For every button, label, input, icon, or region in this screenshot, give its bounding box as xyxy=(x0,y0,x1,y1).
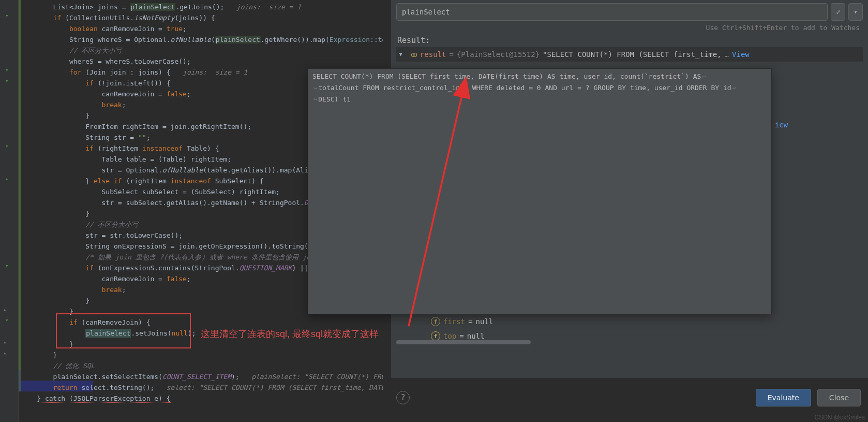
code-line[interactable]: FromItem rightItem = join.getRightItem()… xyxy=(21,121,251,132)
code-line[interactable]: for (Join join : joins) { joins: size = … xyxy=(21,67,247,78)
code-line[interactable]: plainSelect.setJoins(null); xyxy=(21,328,196,339)
expression-row: ⤢ ▾ xyxy=(396,3,863,21)
watermark: CSDN @cxSmiles xyxy=(811,413,868,422)
history-dropdown-icon[interactable]: ▾ xyxy=(848,3,863,21)
fold-end-icon[interactable]: ▴ xyxy=(3,306,7,313)
code-line[interactable]: boolean canRemoveJoin = true; xyxy=(21,23,187,34)
help-icon: ? xyxy=(400,393,405,402)
chevron-down-icon[interactable]: ▶ xyxy=(398,53,404,56)
inlay-hint: joins: size = 1 xyxy=(183,68,247,76)
result-type: {PlainSelect@15512} xyxy=(457,50,540,59)
result-label: Result: xyxy=(391,34,868,47)
code-line[interactable]: if (canRemoveJoin) { xyxy=(21,317,150,328)
code-line[interactable]: String whereS = Optional.ofNullable(plai… xyxy=(21,34,383,45)
code-line[interactable]: str = Optional.ofNullable(table.getAlias… xyxy=(21,165,357,176)
fold-icon[interactable]: ▾ xyxy=(5,143,16,150)
code-line[interactable]: } xyxy=(21,295,89,306)
code-line[interactable]: canRemoveJoin = false; xyxy=(21,273,191,284)
code-line[interactable]: break; xyxy=(21,284,126,295)
code-line[interactable]: } xyxy=(21,110,89,121)
code-line[interactable]: } xyxy=(21,306,73,317)
fold-icon[interactable]: ▾ xyxy=(5,12,16,19)
code-line[interactable]: if (rightItem instanceof Table) { xyxy=(21,143,219,154)
variable-row[interactable]: f first = null xyxy=(431,317,493,326)
code-line[interactable]: } xyxy=(21,208,89,219)
fold-icon[interactable]: ▾ xyxy=(5,67,16,74)
close-label: Close xyxy=(829,394,849,402)
code-line[interactable]: // 不区分大小写 xyxy=(21,219,138,230)
value-popup[interactable]: SELECT COUNT(*) FROM (SELECT first_time,… xyxy=(308,68,772,314)
fold-icon[interactable]: ▸ xyxy=(5,176,16,182)
code-line[interactable]: whereS = whereS.toLowerCase(); xyxy=(21,56,191,67)
code-line[interactable]: /* 如果 join 里包含 ?(代表有入参) 或者 where 条件里包含使用… xyxy=(21,252,350,263)
help-button[interactable]: ? xyxy=(396,391,410,404)
fold-icon[interactable]: ▾ xyxy=(5,78,16,84)
inlay-hint: joins: size = 1 xyxy=(236,3,301,11)
code-line[interactable]: str = str.toLowerCase(); xyxy=(21,230,183,241)
inlay-hint: plainSelect: "SELECT COUNT(*) FROM (SELE… xyxy=(251,373,383,381)
evaluate-button[interactable]: Evaluate xyxy=(756,389,811,406)
expand-icon[interactable]: ⤢ xyxy=(831,3,845,21)
horizontal-scrollbar[interactable] xyxy=(396,340,531,344)
code-line[interactable]: if (CollectionUtils.isNotEmpty(joins)) { xyxy=(21,12,215,23)
code-line[interactable]: // 不区分大小写 xyxy=(21,45,122,56)
code-line[interactable]: str = subSelect.getAlias().getName() + S… xyxy=(21,197,320,208)
close-button[interactable]: Close xyxy=(817,389,861,406)
code-line[interactable]: SubSelect subSelect = (SubSelect) rightI… xyxy=(21,186,280,197)
glasses-icon: oo xyxy=(411,50,415,59)
result-name: result xyxy=(420,50,446,59)
inlay-hint: select: "SELECT COUNT(*) FROM (SELECT fi… xyxy=(167,384,383,391)
result-row[interactable]: ▶ oo result = {PlainSelect@15512} "SELEC… xyxy=(396,47,863,62)
result-value: "SELECT COUNT(*) FROM (SELECT first_time… xyxy=(543,50,722,59)
code-line[interactable]: return select.toString(); select: "SELEC… xyxy=(21,382,383,393)
gutter xyxy=(0,0,19,422)
code-line[interactable]: break; xyxy=(21,99,126,110)
field-icon: f xyxy=(431,317,440,326)
watches-hint: Use Ctrl+Shift+Enter to add to Watches xyxy=(391,21,868,34)
field-icon: f xyxy=(431,331,440,341)
variable-row[interactable]: f top = null xyxy=(431,331,484,341)
code-line[interactable]: if (!join.isLeft()) { xyxy=(21,78,171,89)
code-line[interactable]: } else if (rightItem instanceof SubSelec… xyxy=(21,176,264,186)
code-line[interactable]: plainSelect.setSelectItems(COUNT_SELECT_… xyxy=(21,371,383,382)
view-link-partial[interactable]: iew xyxy=(775,121,788,129)
annotation-text: 这里清空了连表的sql, 最终sql就变成了这样 xyxy=(201,328,379,340)
code-line[interactable]: List<Join> joins = plainSelect.getJoins(… xyxy=(21,2,301,12)
code-line[interactable]: String str = ""; xyxy=(21,132,150,143)
code-line[interactable]: Table table = (Table) rightItem; xyxy=(21,154,231,165)
fold-end-icon[interactable]: ▴ xyxy=(3,350,7,356)
code-line[interactable]: // 优化 SQL xyxy=(21,360,95,371)
code-line[interactable]: } xyxy=(21,350,57,360)
code-line[interactable]: String onExpressionS = join.getOnExpress… xyxy=(21,241,316,252)
fold-icon[interactable]: ▾ xyxy=(5,317,16,324)
fold-end-icon[interactable]: ▴ xyxy=(3,339,7,345)
view-link[interactable]: View xyxy=(732,50,750,59)
fold-icon[interactable]: ▾ xyxy=(5,263,16,269)
code-line[interactable]: canRemoveJoin = false; xyxy=(21,89,191,99)
code-line[interactable]: } xyxy=(21,339,73,350)
expression-input[interactable] xyxy=(396,3,828,21)
code-line[interactable]: } catch (JSQLParserException e) { xyxy=(21,393,171,404)
